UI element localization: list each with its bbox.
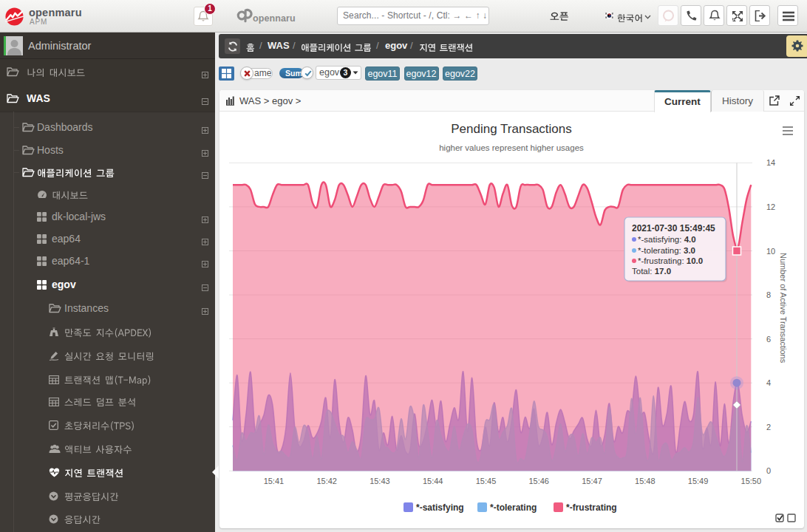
svg-text:*-tolerating: *-tolerating xyxy=(490,502,537,513)
svg-text:*-satisfying: 4.0: *-satisfying: 4.0 xyxy=(638,235,696,244)
svg-text:*-satisfying: *-satisfying xyxy=(416,502,464,513)
svg-text:15:42: 15:42 xyxy=(316,477,337,485)
svg-text:15:46: 15:46 xyxy=(528,477,549,485)
svg-text:higher values represent higher: higher values represent higher usages xyxy=(439,143,584,152)
svg-text:Pending Transactions: Pending Transactions xyxy=(451,122,572,136)
svg-text:2: 2 xyxy=(766,423,771,432)
svg-text:15:44: 15:44 xyxy=(423,477,443,485)
svg-text:15:50: 15:50 xyxy=(741,477,762,485)
svg-text:4: 4 xyxy=(766,378,771,387)
svg-text:15:45: 15:45 xyxy=(476,477,497,485)
svg-text:15:49: 15:49 xyxy=(688,477,709,485)
svg-text:8: 8 xyxy=(766,290,771,299)
svg-text:6: 6 xyxy=(766,335,771,344)
svg-text:Number of Active Transactions: Number of Active Transactions xyxy=(779,253,788,364)
svg-text:*-tolerating: 3.0: *-tolerating: 3.0 xyxy=(638,246,695,255)
svg-text:15:43: 15:43 xyxy=(370,477,390,485)
svg-text:2021-07-30 15:49:45: 2021-07-30 15:49:45 xyxy=(632,223,715,233)
svg-text:14: 14 xyxy=(766,158,775,167)
svg-text:15:47: 15:47 xyxy=(582,477,602,485)
svg-text:*-frustrating: 10.0: *-frustrating: 10.0 xyxy=(638,256,703,265)
svg-text:*-frustrating: *-frustrating xyxy=(566,502,617,513)
svg-text:Total: 17.0: Total: 17.0 xyxy=(632,267,671,276)
svg-text:15:48: 15:48 xyxy=(635,477,656,485)
svg-text:0: 0 xyxy=(766,466,771,475)
svg-text:15:41: 15:41 xyxy=(264,477,285,485)
svg-text:10: 10 xyxy=(766,247,775,256)
svg-text:12: 12 xyxy=(766,202,775,211)
